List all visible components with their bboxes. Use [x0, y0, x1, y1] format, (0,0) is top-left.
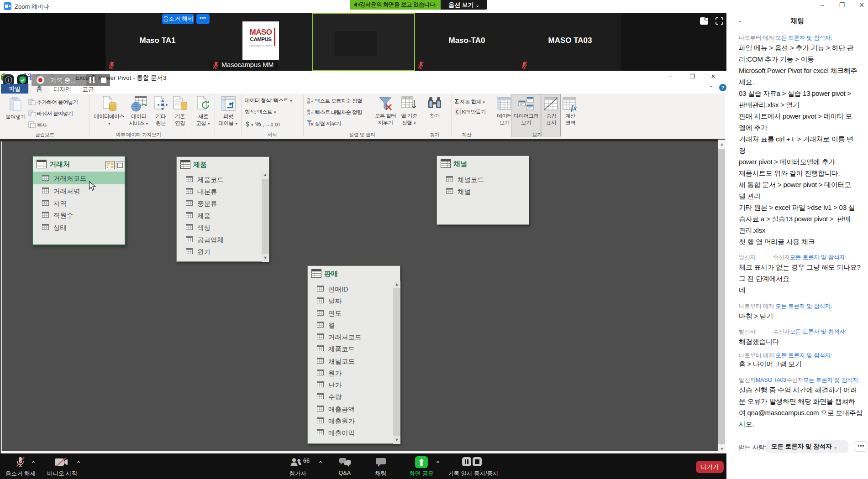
svg-text:가: 가	[307, 112, 310, 115]
svg-text:fx: fx	[571, 104, 577, 112]
svg-text:i: i	[8, 78, 9, 83]
svg-text:하: 하	[307, 100, 310, 104]
